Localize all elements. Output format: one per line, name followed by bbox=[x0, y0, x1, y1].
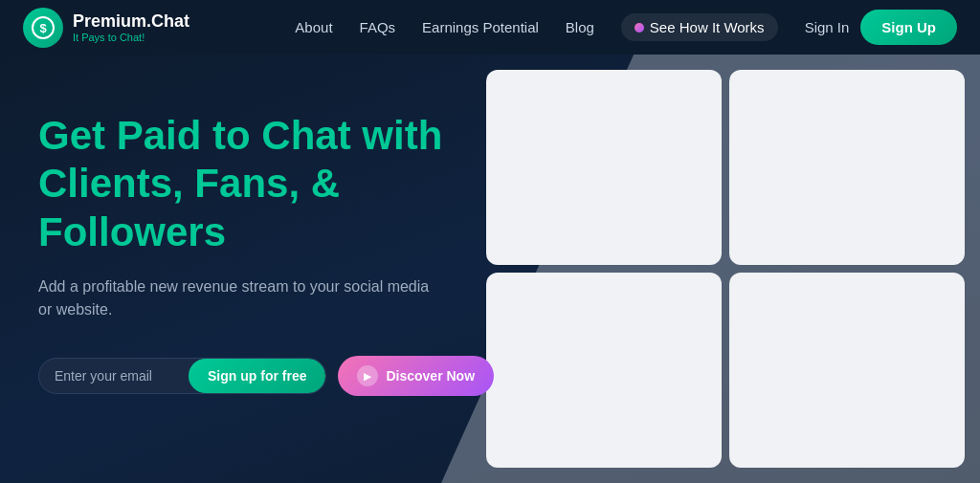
logo-tagline: It Pays to Chat! bbox=[73, 32, 189, 43]
nav-item-see-how[interactable]: See How It Works bbox=[621, 13, 778, 41]
email-input[interactable] bbox=[55, 359, 189, 393]
nav-item-about[interactable]: About bbox=[295, 19, 332, 36]
svg-text:$: $ bbox=[39, 21, 47, 35]
nav-item-faqs[interactable]: FAQs bbox=[360, 19, 396, 36]
hero-headline-line2: Clients, Fans, & Followers bbox=[38, 161, 340, 253]
logo-icon: $ bbox=[23, 8, 63, 48]
signup-free-button[interactable]: Sign up for free bbox=[189, 359, 325, 393]
nav-item-earnings[interactable]: Earnings Potential bbox=[422, 19, 539, 36]
nav-links: About FAQs Earnings Potential Blog See H… bbox=[295, 13, 849, 41]
hero-card-1 bbox=[486, 70, 722, 265]
hero-section: Get Paid to Chat with Clients, Fans, & F… bbox=[0, 55, 980, 483]
hero-subtext: Add a profitable new revenue stream to y… bbox=[38, 275, 440, 321]
email-group: Sign up for free bbox=[38, 358, 326, 394]
nav-link-blog[interactable]: Blog bbox=[566, 19, 594, 35]
play-icon: ▶ bbox=[357, 365, 378, 386]
navbar: $ Premium.Chat It Pays to Chat! About FA… bbox=[0, 0, 980, 55]
nav-item-signin[interactable]: Sign In bbox=[805, 19, 850, 36]
logo-title: Premium.Chat bbox=[73, 11, 189, 32]
nav-link-earnings[interactable]: Earnings Potential bbox=[422, 19, 539, 35]
discover-button[interactable]: ▶ Discover Now bbox=[338, 356, 494, 396]
hero-content: Get Paid to Chat with Clients, Fans, & F… bbox=[0, 55, 498, 396]
hero-headline: Get Paid to Chat with Clients, Fans, & F… bbox=[38, 112, 498, 256]
hero-card-4 bbox=[729, 273, 965, 468]
nav-link-signin[interactable]: Sign In bbox=[805, 19, 850, 35]
discover-label: Discover Now bbox=[386, 368, 475, 384]
logo-area: $ Premium.Chat It Pays to Chat! bbox=[23, 8, 189, 48]
logo-text-wrapper: Premium.Chat It Pays to Chat! bbox=[73, 11, 189, 43]
signup-button[interactable]: Sign Up bbox=[860, 10, 957, 45]
nav-link-see-how[interactable]: See How It Works bbox=[650, 19, 765, 35]
nav-link-about[interactable]: About bbox=[295, 19, 332, 35]
hero-cards-grid bbox=[471, 55, 980, 483]
hero-headline-line1: Get Paid to Chat with bbox=[38, 113, 442, 158]
hero-card-2 bbox=[729, 70, 965, 265]
nav-item-blog[interactable]: Blog bbox=[566, 19, 594, 36]
nav-link-faqs[interactable]: FAQs bbox=[360, 19, 396, 35]
hero-card-3 bbox=[486, 273, 722, 468]
see-how-dot-icon bbox=[635, 23, 644, 33]
hero-actions: Sign up for free ▶ Discover Now bbox=[38, 356, 498, 396]
